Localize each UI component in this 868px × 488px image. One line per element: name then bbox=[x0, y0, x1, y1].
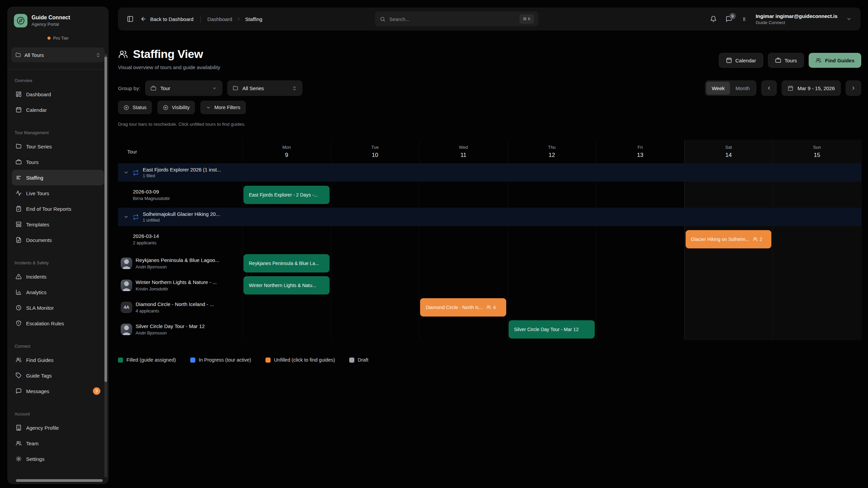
tour-bar-unfilled[interactable]: Diamond Circle - North Ic...4 bbox=[420, 298, 506, 317]
sidebar-section-label: Connect bbox=[15, 344, 101, 349]
tour-title: 2026-03-14 bbox=[133, 233, 159, 239]
messages-count-badge: 9 bbox=[729, 13, 736, 19]
tier-dot-icon bbox=[47, 37, 51, 40]
day-header-sun: Sun15 bbox=[773, 140, 861, 163]
sidebar-horizontal-scrollbar[interactable] bbox=[16, 479, 103, 482]
users-icon bbox=[16, 357, 22, 363]
sidebar-item-agency-profile[interactable]: Agency Profile bbox=[12, 420, 104, 435]
sidebar-item-analytics[interactable]: Analytics bbox=[12, 284, 104, 300]
compass-icon bbox=[17, 17, 25, 25]
panel-left-icon bbox=[127, 16, 134, 22]
alert-triangle-icon bbox=[16, 273, 22, 280]
tour-title: Reykjanes Peninsula & Blue Lagoo... bbox=[136, 257, 219, 263]
sidebar-toggle-icon[interactable] bbox=[127, 16, 134, 22]
view-toggle-week[interactable]: Week bbox=[706, 82, 730, 95]
user-name: Ingimar ingimar@guideconnect.is bbox=[756, 13, 837, 19]
legend-item-unfilled: Unfilled (click to find guides) bbox=[265, 357, 335, 363]
applicant-count: 2 bbox=[753, 237, 762, 242]
page-title: Staffing View bbox=[133, 47, 203, 61]
guide-avatar: 4A bbox=[121, 302, 132, 313]
sidebar-item-calendar[interactable]: Calendar bbox=[12, 102, 104, 118]
tag-icon bbox=[16, 372, 22, 379]
folder-icon bbox=[15, 52, 21, 58]
tour-filter-select[interactable]: All Tours bbox=[11, 47, 105, 62]
tour-bar-filled[interactable]: Silver Circle Day Tour - Mar 12 bbox=[509, 320, 595, 339]
breadcrumb-dashboard[interactable]: Dashboard bbox=[208, 16, 232, 22]
messages-badge: 9 bbox=[93, 387, 100, 395]
legend-item-filled: Filled (guide assigned) bbox=[118, 357, 176, 363]
tour-column-header: Tour bbox=[118, 140, 242, 163]
sidebar-item-documents[interactable]: Documents bbox=[12, 232, 104, 248]
visibility-filter-button[interactable]: Visibility bbox=[157, 101, 195, 114]
sidebar-item-live-tours[interactable]: Live Tours bbox=[12, 185, 104, 201]
sidebar-item-staffing[interactable]: Staffing bbox=[12, 170, 104, 185]
next-week-button[interactable] bbox=[846, 80, 861, 96]
more-filters-button[interactable]: More Filters bbox=[200, 101, 246, 114]
tour-bar-label: East Fjords Explorer - 2 Days -... bbox=[249, 192, 318, 198]
tour-bar-filled[interactable]: Reykjanes Peninsula & Blue La... bbox=[243, 254, 330, 272]
search-icon bbox=[380, 16, 386, 22]
shield-alert-icon bbox=[16, 320, 22, 326]
calendar-icon bbox=[726, 57, 732, 63]
sidebar-item-messages[interactable]: Messages9 bbox=[12, 383, 104, 399]
series-group-row[interactable]: East Fjords Explorer 2026 (1 inst...1 fi… bbox=[118, 163, 861, 182]
tour-bar-label: Silver Circle Day Tour - Mar 12 bbox=[514, 327, 578, 332]
sidebar-item-dashboard[interactable]: Dashboard bbox=[12, 86, 104, 102]
view-toggle-month[interactable]: Month bbox=[730, 82, 755, 95]
series-select[interactable]: All Series bbox=[227, 80, 302, 96]
calendar-icon bbox=[788, 85, 793, 91]
sidebar-item-incidents[interactable]: Incidents bbox=[12, 269, 104, 284]
series-group-row[interactable]: Solheimajokull Glacier Hiking 20...1 unf… bbox=[118, 208, 861, 226]
sidebar-item-tours[interactable]: Tours bbox=[12, 154, 104, 170]
date-range-button[interactable]: Mar 9 - 15, 2026 bbox=[782, 80, 841, 96]
tour-bar-label: Reykjanes Peninsula & Blue La... bbox=[249, 261, 319, 266]
find-guides-button[interactable]: Find Guides bbox=[809, 53, 861, 68]
sidebar-item-settings[interactable]: Settings bbox=[12, 451, 104, 467]
sidebar-item-team[interactable]: Team bbox=[12, 435, 104, 451]
sidebar-item-tour-series[interactable]: Tour Series bbox=[12, 139, 104, 154]
legend-item-in-progress: In Progress (tour active) bbox=[190, 357, 251, 363]
search-box[interactable]: ⌘ K bbox=[375, 12, 538, 26]
tours-button[interactable]: Tours bbox=[768, 53, 804, 68]
calendar-icon bbox=[726, 57, 732, 63]
repeat-icon bbox=[133, 214, 139, 220]
tour-bar-label: Winter Northern Lights & Natu... bbox=[249, 283, 316, 288]
day-header-mon: Mon9 bbox=[242, 140, 331, 163]
sidebar-item-end-of-tour-reports[interactable]: End of Tour Reports bbox=[12, 201, 104, 217]
tour-bar-filled[interactable]: Winter Northern Lights & Natu... bbox=[243, 276, 330, 294]
collapse-chevron[interactable] bbox=[123, 170, 129, 175]
tour-bar-filled[interactable]: East Fjords Explorer - 2 Days -... bbox=[243, 186, 330, 204]
sidebar-vertical-scrollbar[interactable] bbox=[104, 57, 107, 382]
messages-button[interactable]: 9 bbox=[726, 16, 732, 22]
back-label: Back to Dashboard bbox=[150, 16, 194, 22]
folder-icon bbox=[16, 143, 22, 149]
tour-bar-unfilled[interactable]: Glacier Hiking on Solheim...2 bbox=[686, 230, 772, 248]
sidebar-item-guide-tags[interactable]: Guide Tags bbox=[12, 368, 104, 383]
sidebar-item-sla-monitor[interactable]: SLA Monitor bbox=[12, 300, 104, 316]
legend-swatch bbox=[118, 358, 123, 363]
sidebar-item-templates[interactable]: Templates bbox=[12, 217, 104, 232]
prev-week-button[interactable] bbox=[761, 80, 777, 96]
staffing-grid: Tour Mon9Tue10Wed11Thu12Fri13Sat14Sun15 … bbox=[118, 140, 861, 340]
chevron-right-icon bbox=[236, 17, 241, 21]
sidebar-item-escalation-rules[interactable]: Escalation Rules bbox=[12, 316, 104, 331]
group-by-select[interactable]: Tour bbox=[145, 80, 222, 96]
back-to-dashboard-button[interactable]: Back to Dashboard bbox=[140, 16, 194, 22]
guide-avatar bbox=[121, 258, 132, 269]
collapse-chevron[interactable] bbox=[123, 214, 129, 220]
user-menu-chevron-icon[interactable] bbox=[846, 16, 852, 22]
chevron-down-icon bbox=[212, 86, 217, 91]
sidebar-section-label: Tour Management bbox=[15, 130, 101, 135]
status-filter-button[interactable]: Status bbox=[118, 101, 152, 114]
legend-item-draft: Draft bbox=[349, 357, 368, 363]
search-input[interactable] bbox=[389, 16, 516, 22]
pause-icon[interactable] bbox=[741, 16, 747, 22]
notifications-bell-icon[interactable] bbox=[710, 16, 717, 22]
sidebar-item-label: End of Tour Reports bbox=[26, 206, 71, 212]
user-menu[interactable]: Ingimar ingimar@guideconnect.is Guide Co… bbox=[756, 13, 837, 25]
chevron-down-icon bbox=[212, 86, 217, 91]
guide-avatar bbox=[121, 324, 132, 335]
chevron-right-icon bbox=[851, 85, 856, 91]
sidebar-item-find-guides[interactable]: Find Guides bbox=[12, 352, 104, 368]
calendar-button[interactable]: Calendar bbox=[719, 53, 763, 68]
